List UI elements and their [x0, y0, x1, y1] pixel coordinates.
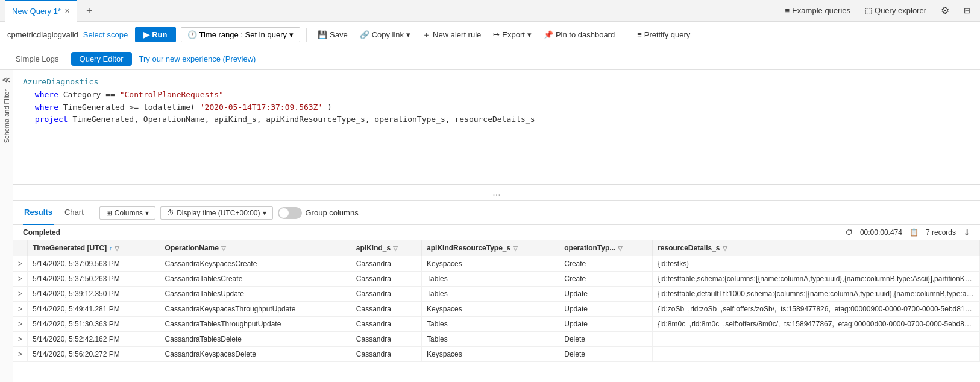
- cell-apikindresource-5: Tables: [422, 332, 559, 347]
- expand-cell[interactable]: >: [13, 256, 28, 272]
- tab-label: New Query 1*: [12, 7, 61, 16]
- query-project: project: [35, 115, 68, 124]
- cell-optype-1: Create: [559, 272, 653, 287]
- table-row: > 5/14/2020, 5:37:50.263 PM CassandraTab…: [13, 272, 980, 287]
- table-row: > 5/14/2020, 5:49:41.281 PM CassandraKey…: [13, 302, 980, 317]
- cell-optype-5: Delete: [559, 332, 653, 347]
- expand-cell[interactable]: >: [13, 287, 28, 302]
- filter-icon-api[interactable]: ▽: [393, 245, 398, 252]
- results-tab[interactable]: Results: [23, 201, 54, 225]
- cell-apikind-0: Cassandra: [351, 256, 421, 272]
- query-line-1: AzureDiagnostics: [23, 76, 970, 89]
- expand-cell[interactable]: >: [13, 347, 28, 362]
- cell-apikind-6: Cassandra: [351, 347, 421, 362]
- cell-details-5: [653, 332, 980, 347]
- results-controls: ⊞ Columns ▾ ⏱ Display time (UTC+00:00) ▾…: [99, 206, 359, 220]
- editor-drag-handle[interactable]: ...: [13, 185, 980, 201]
- group-columns-toggle[interactable]: [278, 207, 302, 219]
- close-icon[interactable]: ✕: [64, 7, 70, 15]
- expand-cell[interactable]: >: [13, 332, 28, 347]
- table-body: > 5/14/2020, 5:37:09.563 PM CassandraKey…: [13, 256, 980, 362]
- chevron-down-icon: ▾: [289, 30, 294, 39]
- expand-column-header: [13, 240, 28, 256]
- save-icon: 💾: [318, 30, 327, 39]
- cell-apikindresource-1: Tables: [422, 272, 559, 287]
- query-value-1: "ControlPlaneRequests": [120, 90, 224, 99]
- settings-button[interactable]: ⚙: [936, 0, 954, 22]
- sort-asc-icon[interactable]: ↑: [109, 245, 112, 252]
- query-fields: TimeGenerated, OperationName, apiKind_s,…: [72, 115, 535, 124]
- th-operation-type: operationTyp... ▽: [559, 240, 653, 256]
- expand-cell[interactable]: >: [13, 302, 28, 317]
- th-api-kind-resource: apiKindResourceType_s ▽: [422, 240, 559, 256]
- status-time: 00:00:00.474: [860, 228, 902, 237]
- query-table-name: AzureDiagnostics: [23, 77, 98, 86]
- expand-cell[interactable]: >: [13, 272, 28, 287]
- th-api-kind: apiKind_s ▽: [351, 240, 421, 256]
- prettify-query-button[interactable]: ≡ Prettify query: [632, 28, 695, 42]
- columns-button[interactable]: ⊞ Columns ▾: [99, 206, 155, 220]
- cell-details-6: [653, 347, 980, 362]
- time-icon: ⏱: [846, 228, 853, 237]
- table-header-row: TimeGenerated [UTC] ↑ ▽ OperationName ▽: [13, 240, 980, 256]
- simple-logs-tab[interactable]: Simple Logs: [7, 52, 68, 66]
- cell-opname-6: CassandraKeyspacesDelete: [160, 347, 351, 362]
- filter-icon-resource[interactable]: ▽: [513, 245, 518, 252]
- new-experience-link[interactable]: Try our new experience (Preview): [136, 52, 260, 66]
- cell-optype-2: Update: [559, 287, 653, 302]
- cell-apikind-5: Cassandra: [351, 332, 421, 347]
- schema-filter-label: Schema and Filter: [3, 89, 10, 143]
- sub-tabbar: Simple Logs Query Editor Try our new exp…: [0, 48, 980, 70]
- layout-button[interactable]: ⊟: [959, 0, 975, 22]
- copy-link-button[interactable]: 🔗 Copy link ▾: [355, 28, 415, 42]
- query-field-2: TimeGenerated >= todatetime(: [63, 103, 195, 112]
- table-row: > 5/14/2020, 5:37:09.563 PM CassandraKey…: [13, 256, 980, 272]
- alert-icon: ＋: [422, 30, 430, 40]
- query-explorer-icon: ⬚: [865, 6, 872, 15]
- left-collapse-panel[interactable]: ≪ Schema and Filter: [0, 70, 13, 382]
- th-time-generated: TimeGenerated [UTC] ↑ ▽: [28, 240, 160, 256]
- cell-apikindresource-0: Keyspaces: [422, 256, 559, 272]
- cell-time-1: 5/14/2020, 5:37:50.263 PM: [28, 272, 160, 287]
- new-alert-rule-button[interactable]: ＋ New alert rule: [418, 27, 486, 43]
- query-line-3: where TimeGenerated >= todatetime( '2020…: [23, 101, 970, 114]
- example-queries-button[interactable]: ≡ Example queries: [781, 0, 855, 22]
- expand-results-icon[interactable]: ⇓: [963, 228, 970, 237]
- cell-details-0: {id:testks}: [653, 256, 980, 272]
- expand-cell[interactable]: >: [13, 317, 28, 332]
- export-button[interactable]: ↦ Export ▾: [488, 28, 536, 42]
- cell-time-5: 5/14/2020, 5:52:42.162 PM: [28, 332, 160, 347]
- chevron-down-icon-3: ▾: [527, 30, 532, 39]
- cell-optype-4: Update: [559, 317, 653, 332]
- query-explorer-button[interactable]: ⬚ Query explorer: [860, 0, 931, 22]
- query-editor-tab[interactable]: Query Editor: [71, 52, 132, 66]
- cell-apikind-3: Cassandra: [351, 302, 421, 317]
- run-button[interactable]: ▶ New Query 1* Run: [135, 27, 175, 42]
- clock-icon: 🕐: [187, 30, 197, 39]
- results-table: TimeGenerated [UTC] ↑ ▽ OperationName ▽: [13, 240, 980, 362]
- group-columns-toggle-wrap: Group columns: [278, 207, 359, 219]
- pin-to-dashboard-button[interactable]: 📌 Pin to dashboard: [539, 28, 620, 42]
- save-button[interactable]: 💾 Save: [313, 28, 353, 42]
- display-time-button[interactable]: ⏱ Display time (UTC+00:00) ▾: [160, 206, 272, 220]
- table-row: > 5/14/2020, 5:56:20.272 PM CassandraKey…: [13, 347, 980, 362]
- filter-icon-details[interactable]: ▽: [723, 245, 727, 252]
- cell-details-2: {id:testtable,defaultTtl:1000,schema:{co…: [653, 287, 980, 302]
- filter-icon-op[interactable]: ▽: [221, 245, 226, 252]
- filter-icon-time[interactable]: ▽: [115, 245, 119, 252]
- query-end-2: ): [327, 103, 332, 112]
- toolbar-separator-2: [626, 28, 626, 42]
- results-panel: Results Chart ⊞ Columns ▾ ⏱ Display time…: [13, 201, 980, 382]
- select-scope-button[interactable]: Select scope: [83, 30, 128, 39]
- top-right-toolbar: ≡ Example queries ⬚ Query explorer ⚙ ⊟: [781, 0, 975, 22]
- query-editor[interactable]: AzureDiagnostics where Category == "Cont…: [13, 70, 980, 185]
- completed-label: Completed: [23, 228, 60, 237]
- filter-icon-optype[interactable]: ▽: [618, 245, 623, 252]
- pin-icon: 📌: [544, 30, 553, 39]
- time-range-button[interactable]: 🕐 Time range : Set in query ▾: [181, 27, 300, 42]
- add-tab-button[interactable]: ＋: [80, 4, 99, 17]
- columns-icon: ⊞: [106, 209, 112, 217]
- scope-label: cpmetricdiaglogvalid: [7, 30, 78, 39]
- tab-new-query-1[interactable]: New Query 1* ✕: [5, 0, 77, 22]
- chart-tab[interactable]: Chart: [63, 201, 85, 225]
